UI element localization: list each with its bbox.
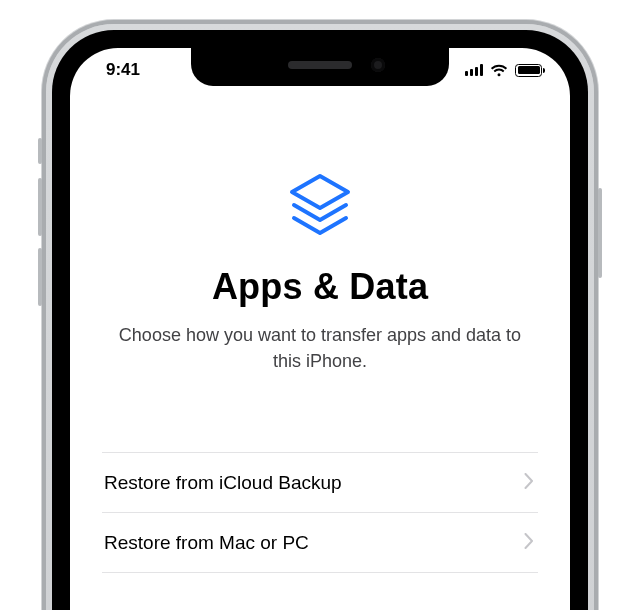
- page-subtitle: Choose how you want to transfer apps and…: [102, 322, 538, 374]
- apps-and-data-setup-screen: Apps & Data Choose how you want to trans…: [70, 108, 570, 573]
- chevron-right-icon: [524, 472, 534, 494]
- mute-switch: [38, 138, 42, 164]
- option-restore-mac-pc[interactable]: Restore from Mac or PC: [102, 513, 538, 573]
- option-label: Restore from iCloud Backup: [104, 472, 342, 494]
- iphone-device-frame: 9:41: [42, 20, 598, 610]
- cellular-signal-icon: [465, 64, 483, 76]
- status-bar: 9:41: [70, 48, 570, 92]
- power-button: [598, 188, 602, 278]
- restore-options-list: Restore from iCloud Backup Restore from …: [102, 452, 538, 573]
- option-restore-icloud[interactable]: Restore from iCloud Backup: [102, 453, 538, 513]
- wifi-icon: [490, 64, 508, 77]
- chevron-right-icon: [524, 532, 534, 554]
- volume-up-button: [38, 178, 42, 236]
- status-time: 9:41: [106, 60, 140, 79]
- phone-screen: 9:41: [70, 48, 570, 610]
- stacked-layers-icon: [282, 172, 358, 244]
- battery-icon: [515, 64, 542, 77]
- option-label: Restore from Mac or PC: [104, 532, 309, 554]
- page-title: Apps & Data: [102, 266, 538, 308]
- volume-down-button: [38, 248, 42, 306]
